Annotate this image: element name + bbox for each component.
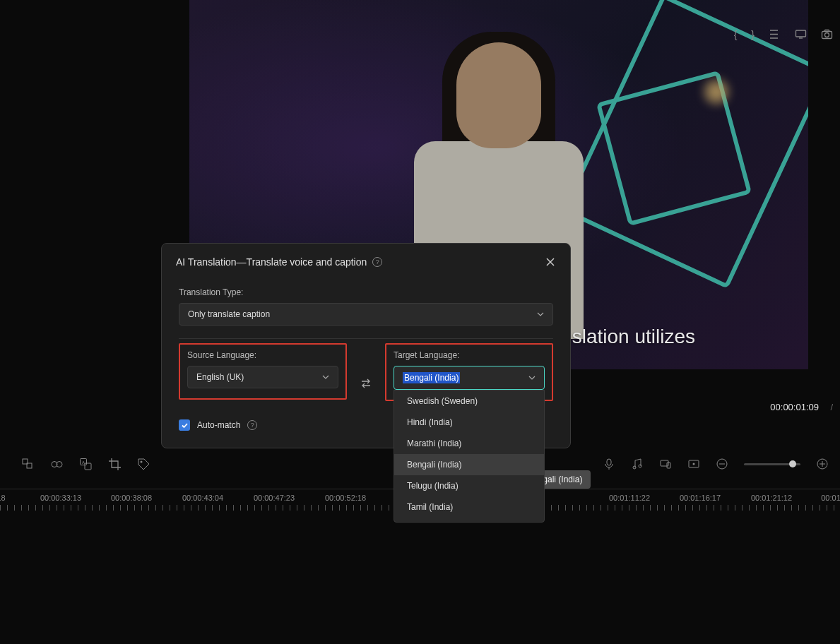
svg-rect-0 — [796, 30, 806, 37]
target-language-label: Target Language: — [394, 350, 545, 360]
divider — [179, 338, 553, 339]
svg-text:A: A — [82, 460, 85, 465]
time-mark: 00:00:33:13 — [40, 494, 81, 502]
swap-icon — [360, 377, 372, 390]
time-separator: / — [830, 402, 833, 412]
marker-icon[interactable] — [687, 458, 700, 470]
source-language-label: Source Language: — [187, 350, 338, 360]
time-mark: 00:01:16:17 — [680, 494, 721, 502]
help-icon[interactable]: ? — [372, 257, 382, 267]
tag-icon[interactable] — [137, 458, 150, 471]
time-mark: :18 — [0, 494, 6, 502]
zoom-out-button[interactable] — [716, 458, 728, 470]
time-mark: 00:00:43:04 — [182, 494, 223, 502]
zoom-slider[interactable] — [744, 463, 800, 465]
time-mark: 00:01 — [821, 494, 840, 502]
video-caption: slation utilizes — [572, 326, 695, 348]
dropdown-option[interactable]: Bengali (India) — [394, 454, 544, 475]
svg-rect-11 — [607, 459, 611, 465]
dropdown-option[interactable]: Telugu (India) — [394, 475, 544, 496]
automatch-checkbox[interactable] — [179, 419, 190, 431]
chevron-down-icon — [537, 311, 544, 318]
brace-open-icon[interactable]: { — [734, 29, 738, 40]
crop-icon[interactable] — [108, 458, 122, 471]
translate-icon[interactable]: A — [79, 458, 93, 471]
automatch-label: Auto-match — [197, 420, 240, 430]
timeline-toolbar-right — [603, 458, 829, 470]
tool-icon-2[interactable] — [50, 458, 64, 471]
close-button[interactable] — [545, 256, 556, 268]
ai-translation-modal: AI Translation—Translate voice and capti… — [161, 243, 571, 448]
time-mark: 00:01:11:22 — [609, 494, 650, 502]
preview-controls: { } — [734, 28, 833, 40]
camera-icon[interactable] — [821, 28, 833, 40]
device-icon[interactable] — [659, 458, 672, 470]
time-mark: 00:00:38:08 — [111, 494, 152, 502]
music-icon[interactable] — [631, 458, 644, 470]
display-icon[interactable] — [795, 28, 807, 40]
list-icon[interactable] — [769, 28, 781, 40]
dropdown-option[interactable]: Swedish (Sweden) — [394, 390, 544, 412]
dropdown-option[interactable]: Marathi (India) — [394, 433, 544, 454]
target-language-select[interactable]: Bengali (India) — [394, 366, 545, 390]
swap-languages-button[interactable] — [360, 377, 372, 393]
check-icon — [181, 422, 189, 429]
target-language-dropdown[interactable]: Swedish (Sweden) Hindi (India) Marathi (… — [394, 390, 545, 523]
chevron-down-icon — [528, 374, 536, 381]
close-icon — [546, 258, 555, 266]
chevron-down-icon — [322, 374, 329, 381]
tool-icon-1[interactable] — [21, 458, 35, 471]
zoom-in-button[interactable] — [816, 458, 829, 470]
timeline-toolbar-left: A — [0, 458, 150, 471]
translation-type-label: Translation Type: — [179, 287, 553, 297]
source-language-select[interactable]: English (UK) — [187, 366, 338, 388]
svg-rect-8 — [85, 463, 91, 470]
zoom-thumb[interactable] — [789, 460, 796, 467]
time-mark: 00:01:21:12 — [751, 494, 792, 502]
svg-point-17 — [693, 463, 695, 465]
time-mark: 00:00:47:23 — [254, 494, 295, 502]
current-time: 00:00:01:09 — [770, 402, 819, 412]
mic-icon[interactable] — [603, 458, 615, 470]
svg-point-2 — [825, 33, 829, 37]
dropdown-option[interactable]: Hindi (India) — [394, 412, 544, 433]
time-mark: 00:00:52:18 — [325, 494, 366, 502]
target-language-highlight: Target Language: Bengali (India) Swedish… — [385, 343, 553, 401]
source-language-highlight: Source Language: English (UK) — [179, 343, 347, 400]
translation-type-select[interactable]: Only translate caption — [179, 303, 553, 326]
dropdown-option[interactable]: Tamil (India) — [394, 496, 544, 518]
brace-close-icon[interactable]: } — [751, 29, 755, 40]
help-icon[interactable]: ? — [247, 420, 257, 430]
svg-point-10 — [141, 461, 143, 463]
modal-title: AI Translation—Translate voice and capti… — [176, 256, 382, 268]
